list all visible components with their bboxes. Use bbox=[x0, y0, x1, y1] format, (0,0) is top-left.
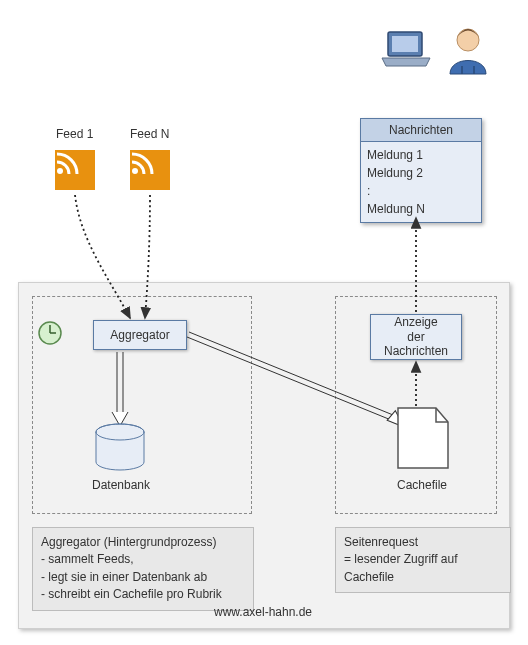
note-line: - schreibt ein Cachefile pro Rubrik bbox=[41, 586, 245, 603]
note-line: Seitenrequest bbox=[344, 534, 502, 551]
note-title: Aggregator (Hintergrundprozess) bbox=[41, 534, 245, 551]
svg-line-11 bbox=[189, 332, 398, 417]
svg-line-10 bbox=[187, 337, 396, 422]
note-line: - sammelt Feeds, bbox=[41, 551, 245, 568]
request-note: Seitenrequest = lesender Zugriff auf Cac… bbox=[335, 527, 511, 593]
database-icon bbox=[96, 424, 144, 470]
cachefile-label: Cachefile bbox=[397, 478, 447, 492]
note-line: - legt sie in einer Datenbank ab bbox=[41, 569, 245, 586]
aggregator-note: Aggregator (Hintergrundprozess) - sammel… bbox=[32, 527, 254, 611]
file-icon bbox=[398, 408, 448, 468]
datenbank-label: Datenbank bbox=[92, 478, 150, 492]
footer-url: www.axel-hahn.de bbox=[18, 605, 508, 619]
note-line: = lesender Zugriff auf Cachefile bbox=[344, 551, 502, 586]
